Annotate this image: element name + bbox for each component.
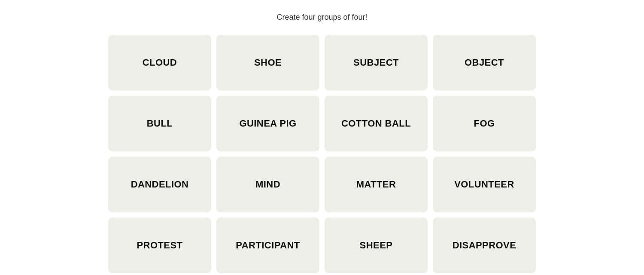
card-shoe[interactable]: SHOE [216,35,319,91]
card-dandelion[interactable]: DANDELION [108,157,211,212]
card-label-matter: MATTER [352,175,401,194]
card-mind[interactable]: MIND [216,157,319,212]
card-bull[interactable]: BULL [108,96,211,151]
card-participant[interactable]: PARTICIPANT [216,218,319,273]
card-disapprove[interactable]: DISAPPROVE [433,218,536,273]
card-label-object: OBJECT [460,53,508,73]
card-label-participant: PARTICIPANT [231,236,304,255]
card-label-guinea-pig: GUINEA PIG [235,114,301,133]
game-subtitle: Create four groups of four! [276,13,367,22]
card-label-cotton-ball: COTTON BALL [337,114,415,133]
card-label-mind: MIND [251,175,285,194]
card-cotton-ball[interactable]: COTTON BALL [325,96,428,151]
card-label-cloud: CLOUD [138,53,181,73]
card-subject[interactable]: SUBJECT [325,35,428,91]
card-label-disapprove: DISAPPROVE [448,236,521,255]
card-label-volunteer: VOLUNTEER [450,175,519,194]
word-grid: CLOUDSHOESUBJECTOBJECTBULLGUINEA PIGCOTT… [108,35,536,273]
card-object[interactable]: OBJECT [433,35,536,91]
card-label-bull: BULL [143,114,177,133]
card-matter[interactable]: MATTER [325,157,428,212]
card-protest[interactable]: PROTEST [108,218,211,273]
card-label-protest: PROTEST [133,236,187,255]
card-volunteer[interactable]: VOLUNTEER [433,157,536,212]
card-fog[interactable]: FOG [433,96,536,151]
card-sheep[interactable]: SHEEP [325,218,428,273]
card-label-sheep: SHEEP [355,236,397,255]
card-label-subject: SUBJECT [349,53,403,73]
card-label-shoe: SHOE [250,53,286,73]
card-label-dandelion: DANDELION [127,175,193,194]
card-guinea-pig[interactable]: GUINEA PIG [216,96,319,151]
card-label-fog: FOG [470,114,499,133]
card-cloud[interactable]: CLOUD [108,35,211,91]
